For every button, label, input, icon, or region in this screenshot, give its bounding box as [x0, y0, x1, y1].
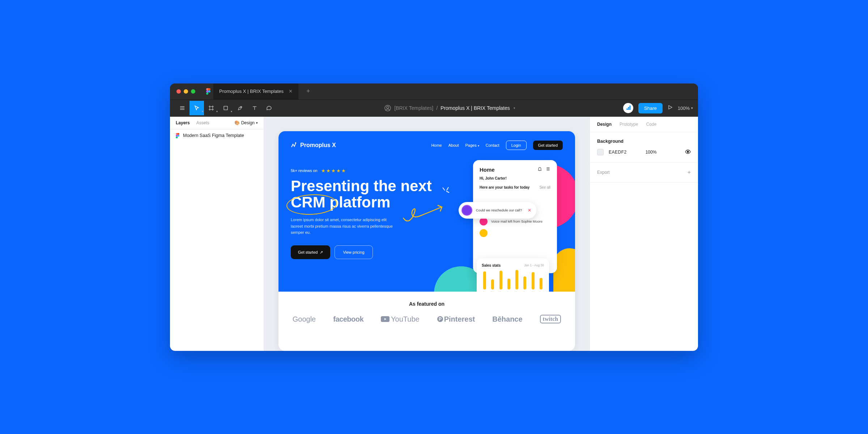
task-item[interactable]: Voice mail left from Sophie Moore — [480, 218, 550, 225]
svg-point-15 — [628, 108, 629, 110]
brand-logo[interactable]: Promoplus X — [291, 142, 336, 149]
figma-file-icon — [176, 133, 179, 138]
file-name[interactable]: Promoplus X | BRIX Templates — [441, 105, 510, 111]
figma-logo-icon — [206, 88, 210, 95]
tab-title: Promoplus X | BRIX Templates — [219, 89, 284, 94]
share-button[interactable]: Share — [638, 103, 663, 113]
google-logo: Google — [293, 315, 316, 323]
nav-pages[interactable]: Pages ▾ — [465, 143, 479, 147]
svg-point-20 — [178, 135, 179, 137]
tasks-label: Here are your tasks for today — [480, 185, 529, 189]
svg-point-16 — [629, 108, 631, 110]
greeting-text: Hi, John Carter! — [480, 176, 550, 180]
present-button[interactable] — [668, 105, 673, 111]
arrow-swirl-icon — [401, 203, 445, 229]
pinterest-logo: PPinterest — [437, 315, 475, 323]
bell-icon[interactable] — [537, 167, 542, 172]
login-button[interactable]: Login — [506, 141, 527, 150]
design-tab[interactable]: Design — [597, 122, 612, 127]
layers-tab[interactable]: Layers — [176, 120, 190, 125]
svg-point-9 — [241, 107, 241, 108]
project-name[interactable]: [BRIX Templates] — [394, 105, 433, 111]
behance-logo: Bēhance — [492, 315, 522, 323]
color-hex[interactable]: EAEDF2 — [609, 150, 627, 155]
move-tool[interactable]: ▾ — [190, 101, 204, 115]
new-tab-button[interactable]: + — [301, 87, 315, 95]
background-label: Background — [597, 139, 691, 144]
code-tab[interactable]: Code — [646, 122, 656, 127]
featured-section: As featured on Google facebook YouTube P… — [278, 292, 575, 334]
pen-tool[interactable] — [233, 101, 247, 115]
nav-home[interactable]: Home — [431, 143, 442, 147]
bar-chart: JanFebMarAprMayJunJulAug — [482, 272, 544, 292]
svg-text:P: P — [439, 317, 442, 322]
canvas[interactable]: Promoplus X Home About Pages ▾ Contact L… — [264, 117, 590, 351]
left-panel: Layers Assets 🎨Design▾ Modern SaaS Figma… — [170, 117, 264, 351]
sparkle-icon — [441, 186, 451, 195]
nav-contact[interactable]: Contact — [486, 143, 499, 147]
svg-point-13 — [387, 106, 389, 108]
export-label: Export — [597, 170, 610, 175]
text-tool[interactable] — [247, 101, 262, 115]
pages-dropdown[interactable]: 🎨Design▾ — [234, 120, 258, 125]
task-item[interactable] — [480, 229, 550, 237]
hero-section: Promoplus X Home About Pages ▾ Contact L… — [278, 131, 575, 292]
twitch-logo: twitch — [540, 315, 561, 323]
featured-title: As featured on — [278, 301, 575, 307]
shape-tool[interactable]: ▾ — [218, 101, 233, 115]
get-started-button[interactable]: Get started ↗ — [291, 245, 330, 259]
titlebar: Promoplus X | BRIX Templates ✕ + — [170, 83, 698, 99]
close-icon[interactable]: ✕ — [528, 208, 531, 213]
figma-window: Promoplus X | BRIX Templates ✕ + ▾ ▾ ▾ [… — [170, 83, 698, 351]
artboard[interactable]: Promoplus X Home About Pages ▾ Contact L… — [278, 131, 575, 351]
chevron-down-icon: ▾ — [478, 144, 479, 147]
see-all-link[interactable]: See all — [539, 185, 550, 189]
reviews-line: 5k+ reviews on ★★★★★ — [291, 168, 450, 173]
svg-point-19 — [629, 106, 631, 107]
stats-title: Sales stats — [482, 263, 501, 267]
stats-range: Jan 1 - Aug 30 — [524, 263, 544, 267]
view-pricing-button[interactable]: View pricing — [335, 245, 373, 259]
color-opacity[interactable]: 100% — [646, 150, 657, 155]
star-rating-icon: ★★★★★ — [321, 168, 346, 173]
stats-card: Sales stats Jan 1 - Aug 30 JanFebMarAprM… — [477, 258, 549, 292]
svg-rect-8 — [224, 106, 227, 110]
svg-point-14 — [626, 108, 628, 110]
toolbar: ▾ ▾ ▾ [BRIX Templates] / Promoplus X | B… — [170, 99, 698, 117]
file-tab[interactable]: Promoplus X | BRIX Templates ✕ — [213, 83, 298, 99]
avatar — [461, 205, 472, 216]
user-icon — [384, 104, 391, 112]
prototype-tab[interactable]: Prototype — [620, 122, 638, 127]
svg-point-18 — [629, 107, 631, 108]
site-nav: Promoplus X Home About Pages ▾ Contact L… — [291, 141, 563, 150]
youtube-logo: YouTube — [381, 315, 420, 323]
chevron-down-icon[interactable]: ▾ — [514, 106, 515, 110]
breadcrumb: [BRIX Templates] / Promoplus X | BRIX Te… — [276, 104, 623, 112]
close-window-button[interactable] — [176, 89, 181, 94]
frame-tool[interactable]: ▾ — [204, 101, 218, 115]
user-avatar[interactable] — [623, 103, 633, 113]
menu-icon[interactable] — [546, 167, 550, 172]
avatar — [480, 218, 488, 225]
get-started-nav-button[interactable]: Get started — [533, 141, 563, 150]
minimize-window-button[interactable] — [184, 89, 188, 94]
close-tab-icon[interactable]: ✕ — [289, 89, 293, 94]
nav-about[interactable]: About — [448, 143, 459, 147]
add-export-button[interactable]: + — [688, 169, 691, 176]
home-card: Home Hi, John Carter! Here are your task… — [473, 160, 557, 273]
maximize-window-button[interactable] — [191, 89, 195, 94]
svg-point-17 — [628, 107, 629, 108]
assets-tab[interactable]: Assets — [196, 120, 209, 125]
color-swatch[interactable] — [597, 149, 604, 155]
main-menu-button[interactable] — [175, 101, 190, 115]
card-title: Home — [480, 167, 495, 173]
zoom-dropdown[interactable]: 100%▾ — [678, 106, 693, 111]
comment-tool[interactable] — [262, 101, 276, 115]
window-controls — [176, 89, 195, 94]
layer-item[interactable]: Modern SaaS Figma Template — [170, 129, 264, 142]
hero-subtext: Lorem ipsum dolor sit amet, consectetur … — [291, 217, 399, 236]
facebook-logo: facebook — [333, 315, 363, 323]
brand-icon — [291, 142, 297, 149]
export-section: Export + — [590, 163, 698, 182]
visibility-toggle-icon[interactable] — [685, 149, 691, 156]
